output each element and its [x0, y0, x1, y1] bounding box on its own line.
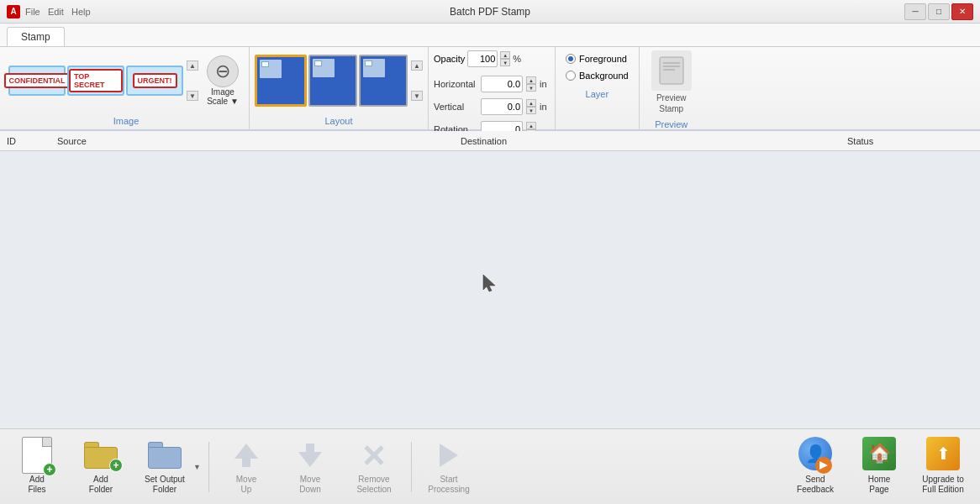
- layer-content: Foreground Background: [561, 47, 634, 87]
- add-files-button[interactable]: + AddFiles: [7, 435, 67, 498]
- remove-selection-label: RemoveSelection: [356, 475, 391, 495]
- horizontal-input[interactable]: [481, 76, 523, 92]
- move-up-button[interactable]: MoveUp: [216, 435, 277, 498]
- layer-section-label: Layer: [586, 87, 609, 102]
- remove-selection-button[interactable]: RemoveSelection: [344, 435, 404, 498]
- arrow-up-shape: [231, 440, 261, 470]
- opacity-down[interactable]: ▼: [500, 59, 510, 66]
- close-button[interactable]: ✕: [951, 3, 973, 20]
- move-down-button[interactable]: MoveDown: [280, 435, 340, 498]
- start-processing-button[interactable]: StartProcessing: [419, 435, 479, 498]
- image-scale-button[interactable]: ⊖ ImageScale ▼: [202, 52, 244, 109]
- vertical-down[interactable]: ▼: [526, 107, 536, 114]
- home-icon-wrap: 🏠: [862, 437, 896, 474]
- stamp-tab[interactable]: Stamp: [7, 27, 65, 46]
- upgrade-icon-wrap: ⬆: [926, 437, 960, 474]
- move-down-label: MoveDown: [299, 475, 321, 495]
- layout-section-label: Layout: [324, 114, 352, 129]
- home-page-icon: 🏠: [862, 438, 896, 472]
- layout-thumb-3[interactable]: [359, 55, 408, 107]
- separator-2: [411, 442, 412, 492]
- svg-marker-4: [483, 275, 495, 291]
- feedback-sub-icon: [815, 457, 832, 474]
- layout-thumb-2[interactable]: [308, 55, 357, 107]
- play-triangle: [440, 444, 458, 467]
- stamp-row-1: CONFIDENTIAL TOP SECRET URGENT!: [8, 66, 183, 96]
- stamp-top-secret[interactable]: TOP SECRET: [67, 66, 124, 96]
- minimize-button[interactable]: ─: [904, 3, 926, 20]
- layout-thumb-1-img: [261, 61, 269, 67]
- stamp-scroll: ▲ ▼: [187, 50, 198, 111]
- layout-thumb-2-img: [314, 60, 322, 66]
- stamp-confidential[interactable]: CONFIDENTIAL: [8, 66, 66, 96]
- arrow-down-shape: [295, 440, 325, 470]
- horizontal-label: Horizontal: [434, 79, 477, 89]
- move-down-icon: [293, 438, 327, 472]
- opacity-up[interactable]: ▲: [500, 51, 510, 59]
- separator-1: [208, 442, 209, 492]
- main-content: ID Source Destination Status: [0, 131, 980, 428]
- stamp-confidential-label: CONFIDENTIAL: [4, 73, 71, 88]
- tab-bar: Stamp: [0, 24, 980, 47]
- zoom-icon: ⊖: [207, 55, 239, 87]
- layout-scroll: ▲ ▼: [411, 50, 423, 111]
- vertical-input[interactable]: [481, 98, 523, 115]
- arrow-down-head: [298, 452, 322, 467]
- vertical-up[interactable]: ▲: [526, 99, 536, 107]
- send-feedback-button[interactable]: 👤 SendFeedback: [785, 435, 846, 498]
- layout-scroll-down[interactable]: ▼: [411, 91, 423, 101]
- opacity-label: Opacity: [434, 54, 465, 64]
- add-folder-plus: +: [109, 459, 123, 472]
- maximize-button[interactable]: □: [928, 3, 950, 20]
- image-content: CONFIDENTIAL TOP SECRET URGENT! ▲ ▼: [8, 47, 244, 114]
- rotation-up[interactable]: ▲: [526, 122, 536, 129]
- upgrade-icon: ⬆: [926, 438, 960, 472]
- stamp-thumbnails: CONFIDENTIAL TOP SECRET URGENT!: [8, 66, 183, 96]
- add-folder-button[interactable]: + AddFolder: [71, 435, 131, 498]
- move-up-label: MoveUp: [236, 475, 256, 495]
- layout-row-1: [255, 55, 408, 107]
- move-up-icon: [229, 438, 263, 472]
- col-source-header: Source: [57, 136, 461, 146]
- layer-section-wrap: Foreground Background Layer: [556, 47, 640, 129]
- layout-section: ▲ ▼ Layout: [250, 47, 429, 129]
- background-label: Background: [579, 71, 629, 81]
- dropdown-arrow: ▼: [193, 463, 201, 471]
- vertical-unit: in: [540, 102, 550, 112]
- title-bar-left: A File Edit Help: [7, 5, 91, 18]
- horizontal-spinners: ▲ ▼: [526, 76, 536, 92]
- foreground-radio[interactable]: [566, 54, 576, 64]
- stamp-scroll-down[interactable]: ▼: [187, 91, 198, 101]
- home-house-icon: 🏠: [862, 437, 896, 470]
- add-folder-icon: +: [84, 438, 118, 472]
- stamp-urgent-label: URGENT!: [133, 73, 177, 88]
- set-output-dropdown[interactable]: ▼: [193, 442, 202, 492]
- svg-rect-1: [663, 62, 680, 64]
- arrow-up-shape-inner: [234, 444, 258, 467]
- home-page-button[interactable]: 🏠 HomePage: [849, 435, 909, 498]
- horizontal-down[interactable]: ▼: [526, 84, 536, 92]
- layout-scroll-up[interactable]: ▲: [411, 60, 423, 71]
- horizontal-up[interactable]: ▲: [526, 76, 536, 84]
- title-bar: A File Edit Help Batch PDF Stamp ─ □ ✕: [0, 0, 980, 24]
- layout-thumb-1[interactable]: [255, 55, 307, 107]
- stamp-top-secret-label: TOP SECRET: [69, 69, 123, 92]
- preview-label: PreviewStamp: [656, 92, 687, 114]
- stamp-scroll-up[interactable]: ▲: [187, 60, 198, 71]
- home-page-label: HomePage: [868, 475, 891, 495]
- arrow-up-head: [234, 444, 258, 459]
- ribbon: CONFIDENTIAL TOP SECRET URGENT! ▲ ▼: [0, 47, 980, 131]
- position-section: Opacity ▲ ▼ % Horizontal ▲ ▼ in: [429, 47, 556, 129]
- layout-thumb-3-inner: [363, 59, 385, 77]
- window-title: Batch PDF Stamp: [450, 6, 530, 18]
- stamp-urgent[interactable]: URGENT!: [126, 66, 183, 96]
- vertical-spinners: ▲ ▼: [526, 99, 536, 114]
- preview-svg: [656, 55, 687, 86]
- layout-thumbnails: [255, 55, 408, 107]
- background-radio[interactable]: [566, 71, 576, 81]
- remove-icon-shape: [359, 440, 389, 470]
- set-output-button[interactable]: Set OutputFolder: [134, 435, 195, 498]
- opacity-input[interactable]: [467, 50, 498, 67]
- remove-selection-icon: [357, 438, 391, 472]
- upgrade-button[interactable]: ⬆ Upgrade toFull Edition: [913, 435, 973, 498]
